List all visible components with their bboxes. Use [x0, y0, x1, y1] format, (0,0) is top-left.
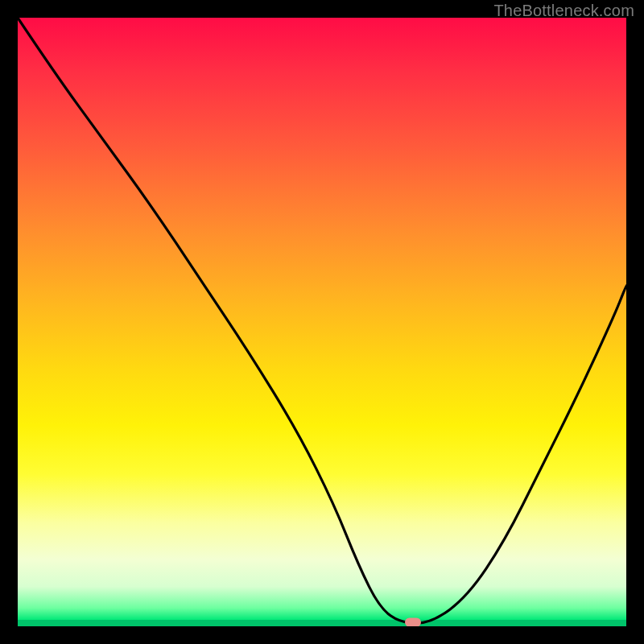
watermark-label: TheBottleneck.com [493, 2, 634, 20]
plot-area [18, 18, 626, 626]
chart-frame: TheBottleneck.com [0, 0, 644, 644]
curve-layer [18, 18, 626, 626]
bottleneck-curve [18, 18, 626, 623]
optimal-point-marker [405, 618, 421, 626]
